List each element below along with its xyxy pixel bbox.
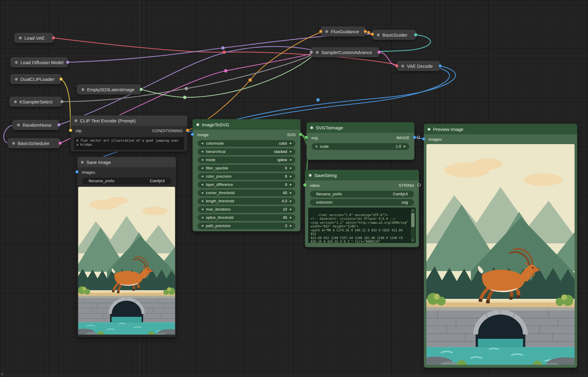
reroute-dot-vae[interactable] — [223, 51, 226, 54]
increment-arrow-icon[interactable]: ▶ — [289, 148, 293, 155]
widget-filter-speckle[interactable]: ◀ filter_speckle 8 ▶ — [198, 165, 295, 172]
decrement-arrow-icon[interactable]: ◀ — [314, 143, 318, 150]
collapse-dot-icon[interactable] — [19, 37, 22, 39]
scroll-down-icon[interactable]: ▼ — [411, 238, 415, 242]
node-header[interactable]: Preview Image — [424, 124, 577, 134]
reroute-dot-guidance[interactable] — [367, 31, 370, 34]
node-header[interactable]: Save Image — [77, 157, 176, 167]
widget-splice-threshold[interactable]: ◀ splice_threshold 45 ▶ — [198, 214, 295, 221]
widget-colormode[interactable]: ◀ colormode color ▶ — [198, 140, 295, 147]
reroute-dot-image[interactable] — [316, 98, 320, 102]
reroute-dot-model[interactable] — [221, 46, 225, 50]
node-title: CLIP Text Encode (Prompt) — [80, 118, 136, 123]
node-randomnoise[interactable]: RandomNoise — [13, 120, 59, 130]
increment-arrow-icon[interactable]: ▶ — [289, 223, 293, 229]
widget-path-precision[interactable]: ◀ path_precision 3 ▶ — [198, 223, 295, 229]
collapse-dot-icon[interactable] — [316, 51, 319, 54]
node-title: VAE Decode — [407, 63, 433, 69]
increment-arrow-icon[interactable]: ▶ — [289, 173, 293, 180]
increment-arrow-icon[interactable]: ▶ — [289, 165, 293, 172]
node-header[interactable]: SaveString — [305, 170, 419, 180]
collapse-dot-icon[interactable] — [196, 123, 199, 126]
decrement-arrow-icon[interactable]: ◀ — [200, 181, 204, 188]
increment-arrow-icon[interactable]: ▶ — [289, 157, 293, 163]
widget-length-threshold[interactable]: ◀ length_threshold 4.0 ▶ — [198, 198, 295, 205]
increment-arrow-icon[interactable]: ▶ — [403, 143, 407, 150]
increment-arrow-icon[interactable]: ▶ — [289, 181, 293, 188]
widget-filename-prefix[interactable]: filename_prefix ComfyUI — [82, 178, 171, 184]
collapse-dot-icon[interactable] — [325, 30, 328, 33]
decrement-arrow-icon[interactable]: ◀ — [200, 214, 204, 221]
collapse-dot-icon[interactable] — [17, 124, 20, 126]
decrement-arrow-icon[interactable]: ◀ — [200, 173, 204, 180]
scrollbar-thumb[interactable] — [411, 213, 415, 227]
node-load-diffusion-model[interactable]: Load Diffusion Model — [10, 57, 68, 67]
input-port-label-svg: svg — [311, 136, 318, 140]
node-header[interactable]: ImageToSVG — [193, 119, 300, 130]
collapse-dot-icon[interactable] — [14, 100, 17, 103]
node-vae-decode[interactable]: VAE Decode — [397, 61, 440, 71]
collapse-dot-icon[interactable] — [12, 142, 15, 145]
node-fluxguidance[interactable]: FluxGuidance — [321, 27, 365, 36]
increment-arrow-icon[interactable]: ▶ — [289, 140, 293, 147]
decrement-arrow-icon[interactable]: ◀ — [200, 140, 204, 147]
increment-arrow-icon[interactable]: ▶ — [289, 190, 293, 196]
node-samplercustomadvance[interactable]: SamplerCustomAdvance — [311, 47, 379, 57]
decrement-arrow-icon[interactable]: ◀ — [200, 190, 204, 196]
collapse-dot-icon[interactable] — [82, 88, 84, 91]
widget-extension[interactable]: extension .svg — [310, 199, 414, 206]
node-save-string[interactable]: SaveString value STRING filename_prefix … — [305, 170, 419, 247]
wire-svg-toimage — [301, 134, 306, 137]
widget-scale[interactable]: ◀ scale 1.0 ▶ — [312, 143, 409, 150]
collapse-dot-icon[interactable] — [15, 78, 18, 81]
widget-color-precision[interactable]: ◀ color_precision 6 ▶ — [198, 173, 295, 180]
reroute-dot-sigmas[interactable] — [224, 69, 228, 73]
decrement-arrow-icon[interactable]: ◀ — [200, 157, 204, 163]
widget-hierarchical[interactable]: ◀ hierarchical stacked ▶ — [198, 148, 295, 155]
widget-corner-threshold[interactable]: ◀ corner_threshold 40 ▶ — [198, 190, 295, 196]
collapse-dot-icon[interactable] — [15, 61, 18, 64]
widget-max-iterations[interactable]: ◀ max_iterations 10 ▶ — [198, 206, 295, 213]
reroute-dot-latent[interactable] — [183, 96, 187, 99]
increment-arrow-icon[interactable]: ▶ — [289, 198, 293, 205]
decrement-arrow-icon[interactable]: ◀ — [200, 198, 204, 205]
increment-arrow-icon[interactable]: ▶ — [289, 214, 293, 221]
node-emptysd3latentimage[interactable]: EmptySD3LatentImage — [77, 85, 141, 94]
reroute-dot-conditioning[interactable] — [249, 78, 252, 82]
node-basicscheduler[interactable]: BasicScheduler — [8, 138, 60, 148]
collapse-dot-icon[interactable] — [310, 126, 313, 129]
widget-mode[interactable]: ◀ mode spline ▶ — [198, 157, 295, 163]
node-dualcliploader[interactable]: DualCLIPLoader — [10, 74, 61, 84]
svg-code-textarea[interactable]: <?xml version="1.0" encoding="UTF-8"?> <… — [308, 208, 416, 243]
comfyui-canvas[interactable]: { "icons": { "left_arrow": "◀", "right_a… — [0, 0, 588, 377]
node-save-image[interactable]: Save Image images filename_prefix ComfyU… — [77, 157, 176, 337]
node-image-to-svg[interactable]: ImageToSVG image SVG ◀ colormode color ▶… — [192, 119, 301, 231]
scrollbar[interactable]: ▲ ▼ — [411, 208, 415, 242]
wire-conditioning — [188, 32, 321, 130]
collapse-dot-icon[interactable] — [377, 34, 380, 36]
decrement-arrow-icon[interactable]: ◀ — [200, 206, 204, 213]
widget-layer-difference[interactable]: ◀ layer_difference 8 ▶ — [198, 181, 295, 188]
node-load-vae[interactable]: Load VAE — [14, 33, 53, 43]
collapse-dot-icon[interactable] — [309, 174, 312, 177]
increment-arrow-icon[interactable]: ▶ — [289, 206, 293, 213]
decrement-arrow-icon[interactable]: ◀ — [200, 223, 204, 229]
decrement-arrow-icon[interactable]: ◀ — [200, 165, 204, 172]
prompt-textarea[interactable]: A flat vector art illustration of a goat… — [74, 137, 184, 150]
decrement-arrow-icon[interactable]: ◀ — [200, 148, 204, 155]
port-svgtoimage-out-ring[interactable] — [417, 136, 420, 139]
widget-filename-prefix[interactable]: filename_prefix ComfyUI — [310, 191, 414, 198]
node-svg-to-image[interactable]: SVGToImage svg IMAGE ◀ scale 1.0 ▶ — [306, 122, 415, 160]
node-header[interactable]: SVGToImage — [307, 122, 414, 133]
node-preview-image[interactable]: Preview Image images — [424, 124, 577, 368]
node-ksamplerselect[interactable]: KSamplerSelect — [9, 97, 62, 107]
scroll-up-icon[interactable]: ▲ — [411, 208, 415, 212]
node-clip-text-encode[interactable]: CLIP Text Encode (Prompt) clip CONDITION… — [71, 115, 188, 152]
collapse-dot-icon[interactable] — [75, 119, 77, 122]
collapse-dot-icon[interactable] — [401, 65, 404, 67]
node-header[interactable]: CLIP Text Encode (Prompt) — [71, 115, 187, 126]
node-basicguider[interactable]: BasicGuider — [372, 30, 416, 40]
reroute-dot-sampler[interactable] — [185, 87, 188, 90]
collapse-dot-icon[interactable] — [428, 128, 430, 131]
collapse-dot-icon[interactable] — [81, 161, 84, 164]
